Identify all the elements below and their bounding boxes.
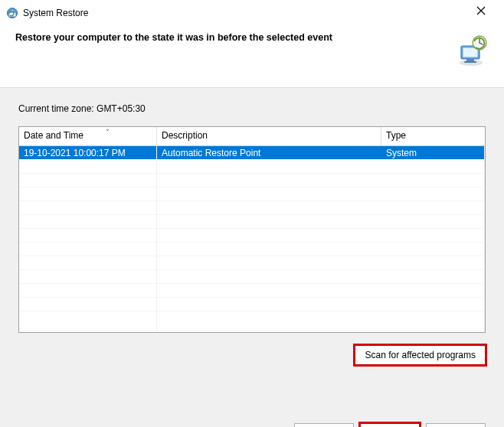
table-header: Date and Time ⌄ Description Type: [19, 127, 485, 146]
svg-rect-6: [464, 61, 476, 63]
column-header-date[interactable]: Date and Time ⌄: [19, 127, 157, 145]
system-restore-icon: [6, 7, 18, 19]
content-area: Current time zone: GMT+05:30 Date and Ti…: [0, 88, 504, 409]
svg-rect-5: [466, 59, 474, 61]
next-button[interactable]: Next >: [360, 423, 420, 427]
timezone-label: Current time zone: GMT+05:30: [18, 103, 486, 114]
footer: < Back Next > Cancel: [0, 409, 504, 427]
back-button[interactable]: < Back: [294, 423, 354, 427]
column-header-description[interactable]: Description: [157, 127, 381, 145]
window-title: System Restore: [23, 8, 88, 18]
scan-affected-programs-button[interactable]: Scan for affected programs: [355, 345, 486, 365]
titlebar: System Restore: [0, 0, 504, 24]
cell-description: Automatic Restore Point: [157, 147, 381, 159]
restore-hero-icon: [453, 32, 489, 67]
cancel-button[interactable]: Cancel: [426, 423, 486, 427]
restore-points-table[interactable]: Date and Time ⌄ Description Type 19-10-2…: [18, 126, 486, 333]
table-body: 19-10-2021 10:00:17 PM Automatic Restore…: [19, 146, 485, 332]
column-header-type[interactable]: Type: [381, 127, 485, 145]
cell-type: System: [381, 147, 485, 159]
page-headline: Restore your computer to the state it wa…: [15, 32, 444, 43]
table-row[interactable]: 19-10-2021 10:00:17 PM Automatic Restore…: [19, 146, 485, 160]
close-icon: [476, 5, 486, 18]
sort-indicator-icon: ⌄: [105, 126, 110, 132]
header: Restore your computer to the state it wa…: [0, 24, 504, 88]
close-button[interactable]: [466, 1, 496, 22]
svg-rect-4: [463, 48, 478, 57]
cell-date: 19-10-2021 10:00:17 PM: [19, 147, 157, 159]
